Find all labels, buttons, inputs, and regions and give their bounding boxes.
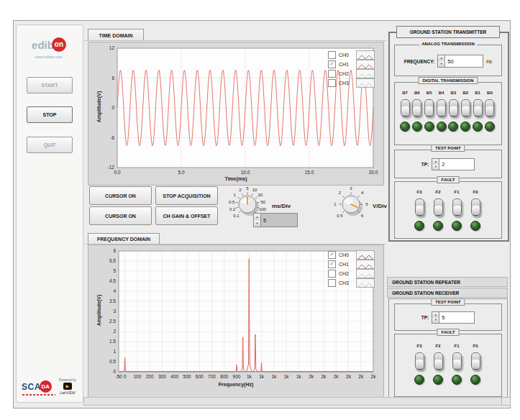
stop-button[interactable]: STOP — [27, 106, 73, 123]
toggle-switch[interactable] — [485, 99, 494, 117]
toggle-switch[interactable] — [434, 198, 443, 216]
led-indicator — [414, 375, 424, 385]
channel-checkbox[interactable]: ✓ — [328, 60, 336, 68]
tab-time-domain[interactable]: TIME DOMAIN — [88, 29, 144, 41]
toggle-switch[interactable] — [434, 352, 443, 370]
tab-frequency-domain[interactable]: FREQUENCY DOMAIN — [88, 233, 160, 245]
toggle-switch[interactable] — [449, 99, 458, 117]
toggle-switch[interactable] — [424, 99, 434, 117]
channel-checkbox[interactable] — [328, 79, 336, 87]
test-point-title: TEST POINT — [431, 145, 465, 152]
spinner-arrows[interactable]: ▲▼ — [432, 159, 439, 170]
repeater-header[interactable]: GROUND STATION REPEATER — [387, 277, 508, 287]
channel-checkbox[interactable] — [328, 70, 336, 78]
toggle-switch[interactable] — [452, 352, 462, 370]
toggle-switch[interactable] — [471, 198, 480, 216]
spinner-down-icon[interactable]: ▼ — [432, 165, 439, 170]
led-indicator — [448, 122, 458, 132]
channel-checkbox[interactable] — [328, 51, 336, 59]
scada-logo: SCA DA — [22, 380, 52, 393]
channel-checkbox[interactable]: ✓ — [328, 251, 336, 259]
toggle-switch[interactable] — [452, 198, 462, 216]
led-indicator — [452, 375, 462, 385]
channel-checkbox[interactable] — [328, 270, 336, 278]
spinner-up-icon[interactable]: ▲ — [254, 214, 260, 220]
spinner-arrows[interactable]: ▲▼ — [432, 312, 439, 323]
spinner-down-icon[interactable]: ▼ — [432, 318, 439, 324]
channel-checkbox[interactable]: ✓ — [328, 260, 336, 268]
v-per-div-knob[interactable]: 0.5123456 — [328, 183, 374, 229]
cursor-on-button-1[interactable]: CURSOR ON — [89, 186, 152, 205]
axis-tick-label: 10.0 — [237, 170, 254, 175]
toggle-switch[interactable] — [412, 99, 421, 117]
led-indicator — [433, 221, 443, 231]
svg-text:0.1: 0.1 — [233, 214, 240, 218]
channel-label: CH1 — [339, 62, 353, 67]
bit-label: B7 — [402, 91, 408, 95]
spinner-up-icon[interactable]: ▲ — [438, 55, 444, 61]
led-indicator — [470, 221, 480, 231]
v-per-div-label: V/Div — [373, 203, 387, 209]
tp-value[interactable]: 2 — [439, 159, 474, 170]
bit-column: B4 — [437, 91, 447, 132]
channel-trace-swatch — [356, 260, 375, 269]
tp-spinner[interactable]: ▲▼ 2 — [432, 158, 475, 170]
channel-label: CH0 — [339, 252, 353, 257]
scada-logo-text: SCA — [22, 382, 41, 392]
ms-per-div-value[interactable]: 5 — [261, 214, 297, 227]
toggle-switch[interactable] — [437, 99, 446, 117]
led-indicator — [412, 122, 422, 132]
spinner-down-icon[interactable]: ▼ — [254, 220, 260, 227]
toggle-switch[interactable] — [461, 99, 470, 117]
spinner-down-icon[interactable]: ▼ — [438, 61, 444, 67]
toggle-switch[interactable] — [401, 99, 410, 117]
bit-column: F2 — [433, 190, 443, 231]
bit-label: F3 — [416, 190, 421, 194]
channel-trace-swatch — [356, 278, 375, 288]
toggle-switch[interactable] — [471, 352, 480, 370]
legend-row: ✓CH1 — [328, 60, 375, 68]
tp-label: TP: — [421, 315, 429, 320]
spinner-up-icon[interactable]: ▲ — [432, 312, 439, 318]
labview-logo: Powered by ▶ LabVIEW — [59, 378, 76, 395]
led-indicator — [485, 122, 495, 132]
quit-button[interactable]: QUIT — [27, 137, 73, 153]
channel-checkbox[interactable] — [328, 279, 336, 287]
channel-label: CH3 — [339, 280, 353, 286]
toggle-switch[interactable] — [415, 198, 424, 216]
toggle-switch[interactable] — [415, 352, 424, 370]
bit-column: B0 — [485, 91, 495, 132]
test-point-title: TEST POINT — [431, 298, 465, 306]
tp-value[interactable]: 5 — [439, 312, 474, 323]
scrollbar-corner-box[interactable] — [501, 397, 511, 406]
toggle-switch[interactable] — [473, 99, 483, 117]
frequency-unit: Hz — [486, 59, 492, 64]
svg-text:100: 100 — [259, 207, 267, 211]
spinner-arrows[interactable]: ▲▼ — [254, 214, 261, 227]
led-indicator — [414, 221, 424, 231]
led-indicator — [452, 221, 462, 231]
scada-tagline — [22, 394, 55, 396]
frequency-value[interactable]: 50 — [445, 55, 483, 67]
legend-row: ✓CH1 — [328, 260, 375, 268]
bit-column: F2 — [433, 344, 443, 385]
spinner-up-icon[interactable]: ▲ — [432, 159, 439, 165]
svg-text:0.5: 0.5 — [229, 200, 235, 204]
frequency-label: FREQUENCY: — [404, 59, 435, 64]
ch-gain-offset-button[interactable]: CH GAIN & OFFSET — [155, 206, 218, 225]
bit-column: B3 — [448, 91, 458, 132]
tp-row: TP: ▲▼ 2 — [395, 158, 501, 170]
cursor-on-button-2[interactable]: CURSOR ON — [89, 206, 152, 225]
horizontal-scrollbar[interactable] — [83, 397, 502, 406]
start-button[interactable]: START — [27, 77, 73, 93]
receiver-header[interactable]: GROUND STATION RECEIVER — [387, 288, 508, 298]
svg-text:1: 1 — [334, 202, 337, 206]
bit-column: F1 — [452, 344, 462, 385]
ms-per-div-spinner[interactable]: ▲▼ 5 — [253, 213, 298, 227]
frequency-spinner[interactable]: ▲▼ 50 — [437, 55, 483, 68]
svg-text:20: 20 — [257, 193, 263, 197]
spinner-arrows[interactable]: ▲▼ — [438, 55, 445, 67]
stop-acquisition-button[interactable]: STOP ACQUISITION — [155, 186, 218, 205]
led-indicator — [424, 122, 434, 132]
tp-spinner[interactable]: ▲▼ 5 — [432, 311, 475, 324]
